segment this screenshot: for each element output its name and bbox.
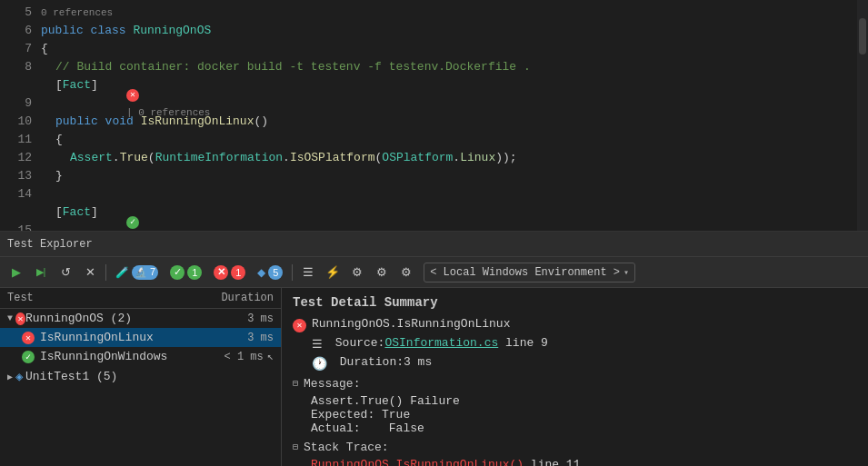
col-test-header: Test [7,292,201,304]
env-label: < Local Windows Environment > [430,266,620,279]
error-icon: ✕ [293,318,306,332]
test-duration: < 1 ms [191,351,264,363]
test-duration: 3 ms [201,332,274,344]
test-name: IsRunningOnWindows [40,350,191,363]
filter-button[interactable]: 🧪 🔬 7 [111,263,163,283]
detail-test-name: RunningOnOS.IsRunningOnLinux [312,317,510,331]
detail-duration-value: 3 ms [404,355,432,369]
test-list-header: Test Duration [0,288,281,309]
code-line: } [41,167,868,185]
detail-source-link[interactable]: OSInformation.cs [384,336,498,350]
error-status-icon: ✕ [15,312,25,325]
detail-stack-label: Stack Trace: [304,441,389,454]
detail-source-line: line 9 [498,336,548,350]
settings-button[interactable]: ⚙ [395,262,417,283]
expand-icon-area: ▼ ✕ [7,312,25,325]
detail-stack-header: ⊟ Stack Trace: [293,441,857,454]
code-line: 0 references [41,4,868,22]
code-line: public void IsRunningOnLinux() [41,113,868,131]
test-list-panel: Test Duration ▼ ✕ RunningOnOS (2) 3 ms ✕ [0,288,282,466]
expand-icon-area: ▶ ◈ [7,369,25,384]
test-list-items: ▼ ✕ RunningOnOS (2) 3 ms ✕ IsRunningOnLi… [0,309,281,466]
test-explorer-toolbar: ▶ ▶| ↺ ✕ 🧪 🔬 7 ✓ 1 ✕ 1 ◆ 5 ☰ ⚡ ⚙ ⚙ ⚙ < L… [0,257,868,288]
scrollbar[interactable] [857,0,868,231]
code-line: Assert.True(RuntimeInformation.IsOSPlatf… [41,149,868,167]
message-line-2: Expected: True [311,408,857,421]
cursor-indicator: ↖ [267,350,274,363]
expand-icon: ▼ [7,313,13,323]
pass-filter-button[interactable]: ✓ 1 [165,263,206,283]
test-name: IsRunningOnLinux [40,331,201,344]
test-item-runningonos[interactable]: ▼ ✕ RunningOnOS (2) 3 ms [0,309,281,328]
detail-stack-content: RunningOnOS.IsRunningOnLinux() line 11 [293,458,857,467]
detail-message-label: Message: [304,377,360,391]
detail-stack-section: ⊟ Stack Trace: RunningOnOS.IsRunningOnLi… [293,441,857,467]
error-status-icon: ✕ [22,332,35,344]
source-icon: ☰ [312,337,323,352]
divider [105,264,106,281]
tools-button1[interactable]: ⚙ [346,262,368,283]
detail-message-content: Assert.True() Failure Expected: True Act… [293,394,857,435]
pass-icon: ✓ [170,265,185,280]
run-selected-button[interactable]: ▶| [30,262,52,283]
test-name: UnitTest1 (5) [25,370,201,383]
code-content: 0 references public class RunningOnOS { … [41,0,868,231]
detail-stack-line: line 11 [531,458,581,467]
detail-message-section: ⊟ Message: Assert.True() Failure Expecte… [293,377,857,435]
divider2 [292,264,293,281]
env-selector[interactable]: < Local Windows Environment > ▾ [424,263,635,283]
pass-badge: 1 [187,265,202,280]
detail-test-name-row: ✕ RunningOnOS.IsRunningOnLinux [293,317,857,332]
code-line: { [41,40,868,58]
success-status-icon: ✓ [22,351,35,363]
test-name: RunningOnOS (2) [25,312,201,325]
lightning-button[interactable]: ⚡ [322,262,344,283]
status-icon-area: ✕ [22,332,40,344]
detail-stack-link[interactable]: RunningOnOS.IsRunningOnLinux() [311,458,524,467]
message-line-3: Actual: False [311,421,857,435]
line-numbers: 5 6 7 8 9 10 11 12 13 14 15 16 17✎ [0,0,41,231]
clock-icon: 🕐 [312,356,327,372]
run-all-button[interactable]: ▶ [5,262,27,283]
test-explorer-title: Test Explorer [7,238,93,251]
status-icon-area: ✓ [22,351,40,363]
fail-icon: ✕ [214,265,228,280]
playlist-button[interactable]: ☰ [297,262,319,283]
success-dot: ✓ [126,216,139,229]
rerun-button[interactable]: ↺ [55,262,76,283]
fail-badge: 1 [231,265,245,280]
message-toggle-icon[interactable]: ⊟ [293,378,298,389]
ref-badge: 0 references [41,5,113,20]
detail-duration-label: Duration: [333,355,404,369]
detail-source-label: Source: [328,336,384,350]
test-explorer-body: Test Duration ▼ ✕ RunningOnOS (2) 3 ms ✕ [0,288,868,466]
code-line: ✕ | 0 references [41,94,868,113]
notrun-badge: 5 [268,265,283,280]
code-line: public class RunningOnOS [41,22,868,40]
notrun-status-icon: ◈ [15,369,23,384]
col-duration-header: Duration [201,292,274,304]
stack-toggle-icon[interactable]: ⊟ [293,441,298,452]
test-detail-panel: Test Detail Summary ✕ RunningOnOS.IsRunn… [282,288,868,466]
test-item-isrunningonwindows[interactable]: ✓ IsRunningOnWindows < 1 ms ↖ [0,347,281,366]
detail-message-header: ⊟ Message: [293,377,857,391]
tools-button2[interactable]: ⚙ [371,262,393,283]
test-item-unittest1[interactable]: ▶ ◈ UnitTest1 (5) [0,366,281,387]
cancel-button[interactable]: ✕ [79,262,101,283]
detail-source-row: ☰ Source: OSInformation.cs line 9 [293,336,857,352]
code-line: ✓ | 0 references [41,222,868,231]
code-editor: 5 6 7 8 9 10 11 12 13 14 15 16 17✎ 0 ref… [0,0,868,232]
test-duration: 3 ms [201,312,274,325]
detail-duration-row: 🕐 Duration: 3 ms [293,355,857,372]
detail-title: Test Detail Summary [293,295,857,310]
test-explorer-header: Test Explorer [0,232,868,257]
fail-filter-button[interactable]: ✕ 1 [209,263,250,283]
test-item-isrunningonlinux[interactable]: ✕ IsRunningOnLinux 3 ms [0,328,281,347]
error-dot: ✕ [126,89,139,102]
message-line-1: Assert.True() Failure [311,394,857,408]
notrun-filter-button[interactable]: ◆ 5 [253,263,287,283]
expand-icon: ▶ [7,372,13,382]
chevron-down-icon: ▾ [624,267,629,278]
total-badge: 🔬 7 [132,265,158,280]
test-explorer: Test Explorer ▶ ▶| ↺ ✕ 🧪 🔬 7 ✓ 1 ✕ 1 ◆ 5… [0,232,868,466]
